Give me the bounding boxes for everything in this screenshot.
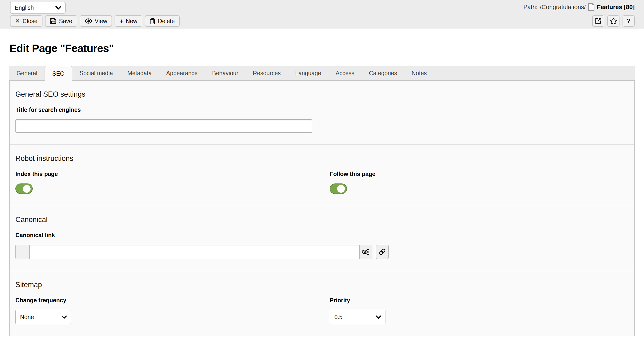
section-general-seo-settings: General SEO settings Title for search en… — [10, 81, 634, 145]
language-select-value: English — [15, 5, 34, 11]
open-in-new-window-button[interactable] — [592, 16, 604, 27]
chevron-down-icon — [55, 6, 61, 10]
close-button-label: Close — [23, 18, 38, 25]
canonical-link-input[interactable] — [30, 245, 360, 259]
change-frequency-label: Change frequency — [16, 297, 330, 304]
page-title: Edit Page "Features" — [9, 42, 635, 55]
section-heading: Canonical — [16, 215, 628, 224]
record-browser-button[interactable] — [359, 245, 372, 259]
canonical-link-addon — [16, 245, 30, 259]
path-prefix: Path: — [523, 4, 538, 11]
view-button[interactable]: View — [80, 16, 112, 27]
tab-resources[interactable]: Resources — [246, 66, 288, 80]
tab-seo[interactable]: SEO — [44, 66, 72, 81]
seo-tab-panel: General SEO settings Title for search en… — [9, 80, 635, 336]
external-link-icon — [595, 18, 602, 24]
star-icon — [610, 18, 617, 25]
tab-metadata[interactable]: Metadata — [120, 66, 159, 80]
toggle-knob — [23, 185, 30, 193]
trash-icon — [150, 18, 156, 24]
help-button[interactable]: ? — [622, 16, 635, 27]
tab-categories[interactable]: Categories — [362, 66, 404, 80]
header-icon-bar: ? — [592, 16, 635, 27]
follow-this-page-toggle[interactable] — [330, 183, 347, 194]
tab-behaviour[interactable]: Behaviour — [205, 66, 246, 80]
section-robot-instructions: Robot instructions Index this page Follo… — [10, 145, 634, 206]
breadcrumb: Path: /Congratulations/ Features [80] — [523, 3, 635, 11]
change-frequency-field: Change frequency None — [16, 297, 330, 324]
section-canonical: Canonical Canonical link — [10, 206, 634, 271]
page-doc-icon — [588, 3, 594, 11]
section-heading: General SEO settings — [16, 90, 628, 99]
close-icon: ✕ — [15, 18, 20, 24]
priority-label: Priority — [330, 297, 628, 304]
section-sitemap: Sitemap Change frequency None Priority 0… — [10, 271, 634, 336]
toggle-knob — [337, 185, 345, 193]
eye-link-icon — [362, 248, 370, 256]
priority-value: 0.5 — [334, 314, 342, 320]
plus-icon: + — [120, 18, 123, 24]
priority-field: Priority 0.5 — [330, 297, 628, 324]
link-browser-button[interactable] — [376, 245, 389, 259]
change-frequency-value: None — [20, 314, 34, 320]
tab-appearance[interactable]: Appearance — [159, 66, 205, 80]
chevron-down-icon — [376, 315, 381, 319]
eye-icon — [85, 18, 92, 24]
change-frequency-select[interactable]: None — [16, 310, 71, 324]
index-this-page-label: Index this page — [16, 171, 330, 177]
tab-access[interactable]: Access — [328, 66, 362, 80]
chevron-down-icon — [61, 315, 67, 319]
title-for-search-engines-input[interactable] — [16, 119, 312, 133]
view-button-label: View — [95, 18, 107, 25]
delete-button[interactable]: Delete — [145, 16, 180, 27]
link-icon — [378, 248, 386, 256]
tab-notes[interactable]: Notes — [404, 66, 434, 80]
canonical-link-input-group — [16, 245, 628, 259]
section-heading: Sitemap — [16, 280, 628, 289]
language-select[interactable]: English — [10, 2, 66, 14]
record-title: Features [80] — [597, 4, 635, 11]
follow-this-page-field: Follow this page — [330, 171, 628, 194]
tab-social-media[interactable]: Social media — [72, 66, 120, 80]
save-button-label: Save — [59, 18, 72, 25]
save-icon — [50, 18, 56, 24]
tab-strip: General SEO Social media Metadata Appear… — [9, 66, 635, 80]
tab-general[interactable]: General — [9, 66, 44, 80]
follow-this-page-label: Follow this page — [330, 171, 628, 177]
bookmark-button[interactable] — [607, 16, 620, 27]
save-button[interactable]: Save — [45, 16, 77, 27]
canonical-link-label: Canonical link — [16, 232, 628, 239]
priority-select[interactable]: 0.5 — [330, 310, 386, 324]
new-button[interactable]: + New — [114, 16, 142, 27]
top-bar: English ✕ Close Save View + New — [0, 0, 644, 29]
new-button-label: New — [126, 18, 138, 25]
delete-button-label: Delete — [158, 18, 175, 25]
close-button[interactable]: ✕ Close — [10, 16, 42, 27]
doc-toolbar: ✕ Close Save View + New Delete — [10, 16, 180, 27]
path-value: /Congratulations/ — [540, 4, 586, 11]
index-this-page-field: Index this page — [16, 171, 330, 194]
index-this-page-toggle[interactable] — [16, 183, 33, 194]
tab-language[interactable]: Language — [288, 66, 328, 80]
question-mark-icon: ? — [627, 18, 631, 25]
title-for-search-engines-label: Title for search engines — [16, 106, 628, 113]
section-heading: Robot instructions — [16, 154, 628, 163]
